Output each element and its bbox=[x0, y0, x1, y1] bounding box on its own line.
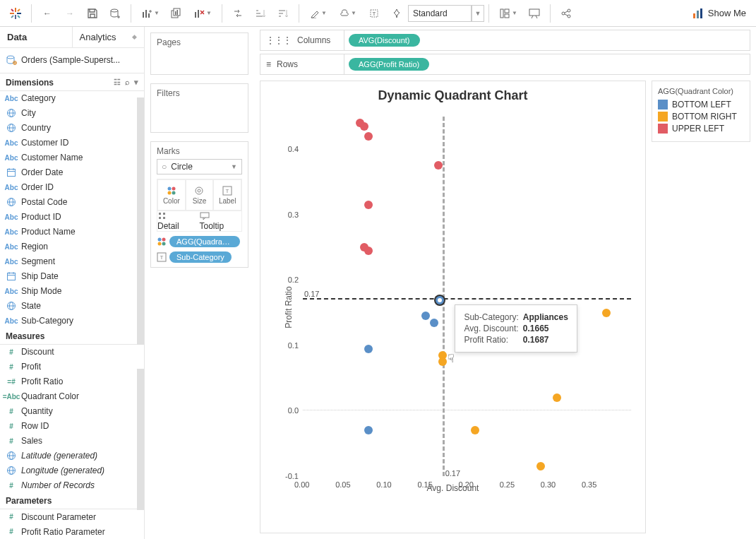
field-discount[interactable]: #Discount bbox=[0, 345, 144, 360]
sort-asc-button[interactable] bbox=[249, 2, 272, 25]
field-customer-id[interactable]: AbcCustomer ID bbox=[0, 136, 144, 150]
legend-item[interactable]: BOTTOM RIGHT bbox=[658, 112, 744, 122]
svg-rect-42 bbox=[693, 13, 695, 18]
menu-caret-icon[interactable]: ▾ bbox=[134, 78, 138, 87]
pin-button[interactable] bbox=[385, 2, 408, 25]
field-profit-ratio[interactable]: =#Profit Ratio bbox=[0, 374, 144, 389]
view-as-icon[interactable]: ☷ bbox=[114, 78, 121, 87]
label-icon: T bbox=[157, 252, 167, 262]
columns-pill-avg-discount[interactable]: AVG(Discount) bbox=[349, 34, 420, 47]
data-point[interactable] bbox=[602, 309, 611, 317]
rows-pill-profit-ratio[interactable]: AGG(Profit Ratio) bbox=[349, 58, 429, 71]
data-point[interactable] bbox=[360, 122, 368, 131]
field-profit[interactable]: #Profit bbox=[0, 360, 144, 374]
field-latitude-generated-[interactable]: Latitude (generated) bbox=[0, 449, 144, 463]
field-longitude-generated-[interactable]: Longitude (generated) bbox=[0, 463, 144, 478]
data-point[interactable] bbox=[536, 462, 545, 470]
field-customer-name[interactable]: AbcCustomer Name bbox=[0, 150, 144, 165]
group-button[interactable]: ▼ bbox=[333, 2, 363, 25]
field-segment[interactable]: AbcSegment bbox=[0, 254, 144, 269]
data-point[interactable] bbox=[364, 247, 373, 255]
highlight-button[interactable]: ▼ bbox=[304, 2, 333, 25]
field-sales[interactable]: #Sales bbox=[0, 434, 144, 449]
svg-rect-25 bbox=[256, 13, 260, 14]
data-point[interactable] bbox=[364, 132, 373, 141]
svg-point-87 bbox=[162, 238, 166, 242]
data-point[interactable] bbox=[438, 357, 447, 366]
field-row-id[interactable]: #Row ID bbox=[0, 419, 144, 434]
scrollbar[interactable] bbox=[137, 97, 144, 345]
scrollbar[interactable] bbox=[137, 369, 144, 510]
field-quadrant-color[interactable]: =AbcQuadrant Color bbox=[0, 389, 144, 404]
duplicate-sheet-button[interactable] bbox=[165, 2, 188, 25]
data-point[interactable] bbox=[434, 161, 443, 170]
find-icon[interactable]: ⌕ bbox=[125, 78, 130, 87]
svg-line-6 bbox=[18, 9, 20, 11]
pages-card[interactable]: Pages bbox=[150, 32, 248, 75]
field-order-id[interactable]: AbcOrder ID bbox=[0, 180, 144, 195]
field-discount-parameter[interactable]: #Discount Parameter bbox=[0, 509, 144, 524]
field-label: Country bbox=[21, 123, 51, 133]
field-product-name[interactable]: AbcProduct Name bbox=[0, 225, 144, 239]
new-datasource-button[interactable] bbox=[104, 2, 126, 25]
field-category[interactable]: AbcCategory bbox=[0, 91, 144, 106]
swap-button[interactable] bbox=[227, 2, 249, 25]
data-point[interactable] bbox=[553, 393, 561, 402]
data-point[interactable] bbox=[421, 312, 430, 320]
svg-point-78 bbox=[198, 189, 200, 192]
columns-shelf[interactable]: ⋮⋮⋮Columns AVG(Discount) bbox=[260, 30, 750, 51]
field-country[interactable]: Country bbox=[0, 121, 144, 136]
sort-desc-button[interactable] bbox=[272, 2, 294, 25]
data-point[interactable] bbox=[364, 201, 373, 209]
fit-select[interactable]: Standard bbox=[408, 5, 472, 22]
field-postal-code[interactable]: Postal Code bbox=[0, 195, 144, 210]
clear-sheet-button[interactable]: ▼ bbox=[188, 2, 217, 25]
chart-canvas[interactable]: Dynamic Quadrant Chart Profit Ratio -0.1… bbox=[260, 81, 646, 533]
save-button[interactable] bbox=[81, 2, 104, 25]
datasource-name[interactable]: Orders (Sample-Superst... bbox=[21, 55, 120, 65]
show-me-button[interactable]: Show Me bbox=[692, 8, 746, 19]
filters-card[interactable]: Filters bbox=[150, 83, 248, 133]
field-label: Ship Mode bbox=[21, 286, 61, 296]
marks-pill-quadrant-color[interactable]: AGG(Quadrant .. bbox=[169, 236, 240, 247]
color-legend[interactable]: AGG(Quadrant Color) BOTTOM LEFTBOTTOM RI… bbox=[652, 81, 750, 142]
marks-pill-subcategory[interactable]: Sub-Category bbox=[169, 251, 232, 263]
show-cards-button[interactable]: ▼ bbox=[493, 2, 523, 25]
marks-detail-button[interactable]: Detail bbox=[157, 211, 200, 231]
field-product-id[interactable]: AbcProduct ID bbox=[0, 210, 144, 225]
field-sub-category[interactable]: AbcSub-Category bbox=[0, 314, 144, 327]
presentation-mode-button[interactable] bbox=[523, 2, 546, 25]
redo-button[interactable]: → bbox=[59, 2, 81, 25]
field-quantity[interactable]: #Quantity bbox=[0, 404, 144, 419]
undo-button[interactable]: ← bbox=[36, 2, 59, 25]
data-point[interactable] bbox=[364, 345, 373, 353]
y-tick: 0.4 bbox=[288, 145, 299, 153]
new-worksheet-button[interactable]: ▼ bbox=[136, 2, 165, 25]
field-order-date[interactable]: Order Date bbox=[0, 165, 144, 180]
share-button[interactable] bbox=[555, 2, 577, 25]
field-state[interactable]: State bbox=[0, 299, 144, 314]
mark-type-select[interactable]: ○Circle▼ bbox=[157, 159, 242, 174]
tab-data[interactable]: Data bbox=[0, 27, 72, 47]
data-point[interactable] bbox=[471, 426, 479, 434]
tab-analytics[interactable]: Analytics◆ bbox=[72, 27, 145, 47]
field-region[interactable]: AbcRegion bbox=[0, 239, 144, 254]
marks-size-button[interactable]: Size bbox=[186, 179, 214, 211]
fit-select-caret[interactable]: ▼ bbox=[472, 5, 484, 22]
field-profit-ratio-parameter[interactable]: #Profit Ratio Parameter bbox=[0, 524, 144, 539]
data-point[interactable] bbox=[430, 319, 438, 327]
data-point[interactable] bbox=[364, 426, 373, 434]
field-number-of-records[interactable]: #Number of Records bbox=[0, 478, 144, 492]
field-city[interactable]: City bbox=[0, 106, 144, 121]
marks-label-button[interactable]: TLabel bbox=[213, 179, 241, 211]
svg-line-7 bbox=[11, 16, 13, 18]
legend-item[interactable]: UPPER LEFT bbox=[658, 124, 744, 134]
legend-item[interactable]: BOTTOM LEFT bbox=[658, 100, 744, 109]
field-ship-mode[interactable]: AbcShip Mode bbox=[0, 284, 144, 299]
marks-color-button[interactable]: Color bbox=[157, 179, 186, 211]
rows-shelf[interactable]: ≡Rows AGG(Profit Ratio) bbox=[260, 54, 750, 75]
marks-tooltip-button[interactable]: Tooltip bbox=[200, 211, 242, 231]
show-labels-button[interactable]: T bbox=[363, 2, 385, 25]
data-point[interactable] bbox=[436, 296, 444, 304]
field-ship-date[interactable]: Ship Date bbox=[0, 269, 144, 284]
